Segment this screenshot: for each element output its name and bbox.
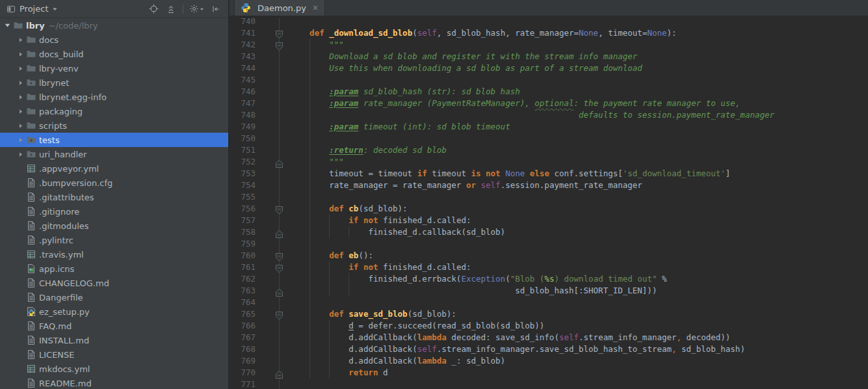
hide-panel-icon[interactable] — [210, 3, 222, 15]
code-line-766[interactable]: d = defer.succeed(read_sd_blob(sd_blob)) — [290, 320, 868, 332]
code-line-746[interactable]: :param sd_blob_hash (str): sd blob hash — [290, 86, 868, 98]
code-area[interactable]: def _download_sd_blob(self, sd_blob_hash… — [290, 18, 868, 389]
fold-end-icon[interactable] — [276, 158, 283, 167]
indent-guide — [349, 273, 349, 297]
caret-down-icon[interactable] — [52, 7, 58, 12]
fold-start-icon[interactable] — [276, 310, 283, 319]
code-line-761[interactable]: if not finished_d.called: — [290, 262, 868, 273]
fold-start-icon[interactable] — [276, 205, 283, 213]
code-line-747[interactable]: :param rate_manager (PaymentRateManager)… — [290, 98, 868, 109]
tree-item-app-icns[interactable]: app.icns — [0, 262, 228, 276]
code-line-756[interactable]: def cb(sd_blob): — [290, 203, 868, 215]
code-line-760[interactable]: def eb(): — [290, 250, 868, 262]
indent-guide — [329, 262, 330, 297]
tree-item-travis-yml[interactable]: .travis.yml — [0, 247, 228, 262]
code-line-769[interactable]: d.addCallback(lambda _: sd_blob) — [290, 355, 868, 367]
yaml-icon — [26, 249, 36, 260]
code-token: def — [290, 309, 349, 319]
code-line-757[interactable]: if not finished_d.called: — [290, 215, 868, 226]
code-line-767[interactable]: d.addCallback(lambda decoded: save_sd_in… — [290, 332, 868, 343]
tree-item-lbry-venv[interactable]: lbry-venv — [0, 61, 228, 75]
tree-arrow-collapsed-icon[interactable] — [15, 66, 26, 72]
tree-arrow-collapsed-icon[interactable] — [15, 37, 26, 43]
collapse-all-icon[interactable] — [165, 3, 177, 15]
tree-item-gitignore[interactable]: .gitignore — [0, 204, 228, 219]
tree-arrow-collapsed-icon[interactable] — [15, 152, 26, 157]
code-line-751[interactable]: :return: decoded sd blob — [290, 144, 868, 156]
tree-item-pylintrc[interactable]: .pylintrc — [0, 233, 228, 247]
code-line-755[interactable] — [290, 191, 868, 203]
code-line-745[interactable] — [290, 74, 868, 86]
code-line-765[interactable]: def save_sd_blob(sd_blob): — [290, 308, 868, 320]
line-number: 769 — [230, 355, 256, 367]
tree-item-bumpversion-cfg[interactable]: .bumpversion.cfg — [0, 176, 228, 190]
tree-item-lbrynet-egg-info[interactable]: lbrynet.egg-info — [0, 90, 228, 104]
tree-item-tests[interactable]: tests — [0, 133, 228, 147]
tree-item-scripts[interactable]: scripts — [0, 118, 228, 133]
code-line-744[interactable]: Use this when downloading a sd blob as p… — [290, 62, 868, 74]
tree-item-ez-setup-py[interactable]: ez_setup.py — [0, 304, 228, 319]
code-line-748[interactable]: defaults to session.payment_rate_manager — [290, 109, 868, 121]
tree-item-mkdocs-yml[interactable]: mkdocs.yml — [0, 362, 228, 376]
tree-item-license[interactable]: LICENSE — [0, 347, 228, 362]
tree-item-appveyor-yml[interactable]: .appveyor.yml — [0, 161, 228, 176]
tree-item-uri-handler[interactable]: uri_handler — [0, 147, 228, 161]
tree-item-docs-build[interactable]: docs_build — [0, 47, 228, 61]
code-line-759[interactable] — [290, 238, 868, 250]
tree-arrow-collapsed-icon[interactable] — [15, 51, 26, 57]
tab-daemon-py[interactable]: Daemon.py × — [234, 0, 325, 16]
tree-arrow-collapsed-icon[interactable] — [15, 109, 26, 114]
code-token: if — [417, 168, 427, 178]
fold-start-icon[interactable] — [276, 41, 283, 49]
editor-gutter[interactable]: 7407417427437447457467477487497507517527… — [230, 18, 290, 389]
fold-end-icon[interactable] — [276, 228, 283, 237]
tree-item-docs[interactable]: docs — [0, 33, 228, 47]
tree-item-dangerfile[interactable]: Dangerfile — [0, 290, 228, 304]
tree-item-install-md[interactable]: INSTALL.md — [0, 333, 228, 347]
code-line-749[interactable]: :param timeout (int): sd blob timeout — [290, 121, 868, 133]
code-line-740[interactable] — [290, 18, 868, 27]
tree-item-changelog-md[interactable]: CHANGELOG.md — [0, 276, 228, 290]
code-line-763[interactable]: sd_blob_hash[:SHORT_ID_LEN])) — [290, 285, 868, 297]
tree-item-lbrynet[interactable]: lbrynet — [0, 75, 228, 90]
code-line-771[interactable] — [290, 379, 868, 389]
code-token: _: sd_blob) — [447, 356, 505, 366]
code-line-762[interactable]: finished_d.errback(Exception("Blob (%s) … — [290, 273, 868, 285]
tree-arrow-collapsed-icon[interactable] — [15, 94, 26, 100]
code-line-768[interactable]: d.addCallback(self.stream_info_manager.s… — [290, 343, 868, 355]
code-token: d — [349, 321, 354, 330]
code-line-754[interactable]: rate_manager = rate_manager or self.sess… — [290, 180, 868, 191]
close-icon[interactable]: × — [312, 3, 319, 12]
tree-item-gitmodules[interactable]: .gitmodules — [0, 219, 228, 233]
code-token: d — [378, 368, 388, 377]
fold-start-icon[interactable] — [276, 263, 283, 272]
code-token: eb — [349, 250, 358, 260]
fold-start-icon[interactable] — [276, 252, 283, 260]
code-line-741[interactable]: def _download_sd_blob(self, sd_blob_hash… — [290, 27, 868, 39]
code-line-770[interactable]: return d — [290, 367, 868, 379]
tree-arrow-collapsed-icon[interactable] — [15, 123, 26, 129]
tree-item-readme-md[interactable]: README.md — [0, 376, 228, 389]
code-line-742[interactable]: """ — [290, 39, 868, 51]
code-token: Use this when downloading a sd blob as p… — [290, 63, 642, 73]
code-line-753[interactable]: timeout = timeout if timeout is not None… — [290, 168, 868, 180]
project-view-icon[interactable] — [5, 3, 17, 15]
tree-item-lbry[interactable]: lbry~/code/lbry — [0, 18, 228, 33]
code-line-764[interactable] — [290, 297, 868, 308]
tree-item-faq-md[interactable]: FAQ.md — [0, 319, 228, 333]
locate-icon[interactable] — [148, 3, 159, 15]
code-line-752[interactable]: """ — [290, 156, 868, 168]
tree-item-packaging[interactable]: packaging — [0, 104, 228, 118]
fold-end-icon[interactable] — [276, 369, 283, 377]
tree-arrow-collapsed-icon[interactable] — [15, 80, 26, 86]
project-panel-title[interactable]: Project — [20, 4, 48, 14]
settings-icon[interactable] — [189, 4, 204, 14]
fold-end-icon[interactable] — [276, 287, 283, 295]
fold-start-icon[interactable] — [276, 29, 283, 38]
tree-arrow-expanded-icon[interactable] — [2, 23, 13, 28]
tree-arrow-collapsed-icon[interactable] — [15, 137, 26, 143]
code-line-750[interactable] — [290, 133, 868, 144]
code-line-758[interactable]: finished_d.callback(sd_blob) — [290, 226, 868, 238]
code-line-743[interactable]: Download a sd blob and register it with … — [290, 51, 868, 62]
tree-item-gitattributes[interactable]: .gitattributes — [0, 190, 228, 204]
